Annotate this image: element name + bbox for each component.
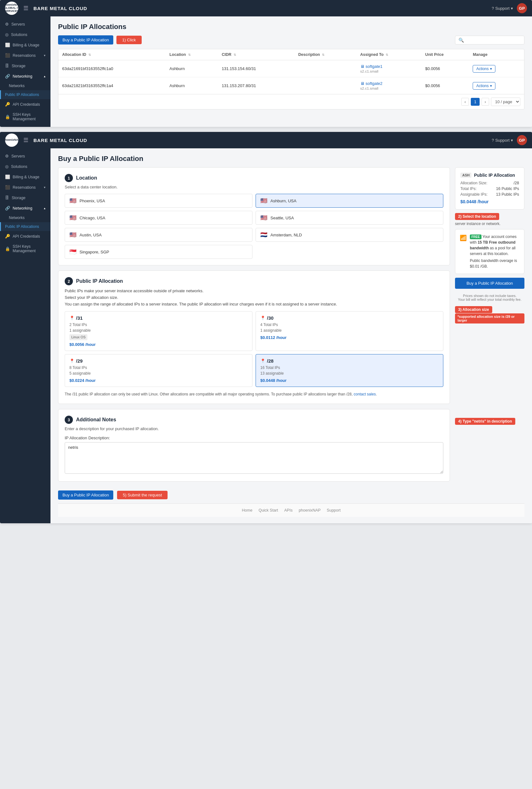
table-row: 63da21821bf3163552ffc1a4 Ashburn 131.153… [58, 77, 524, 94]
alloc-option-31[interactable]: 📍 /31 2 Total IPs 1 assignable Linux OS … [65, 311, 252, 351]
sidebar-item-reservations[interactable]: ⬛ Reservations ▾ [0, 50, 51, 61]
reservations-icon-p2: ⬛ [5, 185, 10, 190]
sidebar2-networking[interactable]: 🔗 Networking ▴ [0, 203, 51, 213]
assigned-link[interactable]: 🖥 softgate1 [360, 64, 418, 69]
cell-cidr: 131.153.207.80/31 [218, 77, 294, 94]
location-singapore[interactable]: 🇸🇬 Singapore, SGP [65, 245, 252, 259]
sidebar2-solutions[interactable]: ◎ Solutions [0, 161, 51, 172]
linux-badge-31: Linux OS [70, 334, 88, 340]
actions-button[interactable]: Actions ▾ [473, 82, 495, 90]
step3-annotation: 3) Allocation size [455, 306, 492, 313]
sidebar-buy-button[interactable]: Buy a Public IP Allocation [455, 278, 525, 289]
sidebar-label-ssh: SSH Keys Management [13, 112, 45, 121]
server-icon-p2: ⚙ [5, 154, 9, 158]
alloc-cidr-28: 📍 /28 [260, 358, 439, 363]
prev-page-button[interactable]: ‹ [461, 98, 469, 106]
alloc-total-28: 16 Total IPs [260, 365, 439, 371]
sidebar2-sub-networks[interactable]: Networks [0, 213, 51, 222]
alloc-total-31: 2 Total IPs [70, 322, 248, 327]
step4-annotation: 4) Type "netris" in description [455, 418, 515, 425]
sidebar2-servers[interactable]: ⚙ Servers [0, 151, 51, 161]
footer-phoenixnap-link[interactable]: phoenixNAP [299, 508, 321, 512]
location-phoenix[interactable]: 🇺🇸 Phoenix, USA [65, 194, 252, 208]
sidebar-item-servers[interactable]: ⚙ Servers [0, 19, 51, 29]
support-label-p2: Support [495, 138, 510, 143]
next-page-button[interactable]: › [481, 98, 489, 106]
sidebar2-api-creds[interactable]: 🔑 API Credentials [0, 231, 51, 241]
sidebar-item-storage[interactable]: 🗄 Storage [0, 61, 51, 71]
assigned-link[interactable]: 🖥 softgate2 [360, 81, 418, 86]
sidebar2-ssh-keys[interactable]: 🔒 SSH Keys Management [0, 241, 51, 256]
footer-support-link[interactable]: Support [327, 508, 341, 512]
sidebar-item-billing[interactable]: ⬜ Billing & Usage [0, 40, 51, 50]
cell-id: 63da21821bf3163552ffc1a4 [58, 77, 166, 94]
alloc-total-29: 8 Total IPs [70, 365, 248, 371]
location-seattle[interactable]: 🇺🇸 Seattle, USA [255, 211, 443, 225]
right-card-header: ASH Public IP Allocation [460, 173, 519, 178]
alloc-option-29[interactable]: 📍 /29 8 Total IPs 5 assignable $0.0224 /… [65, 354, 252, 387]
buy-layout: 1 Location Select a data center location… [58, 167, 525, 503]
location-ashburn[interactable]: 🇺🇸 Ashburn, USA [255, 194, 443, 208]
alloc-cidr-30: 📍 /30 [260, 315, 439, 321]
logo-area: phoenixNAP GLOBAL IT SERVICES [5, 2, 18, 15]
billing-icon: ⬜ [5, 43, 10, 48]
footer-quickstart-link[interactable]: Quick Start [259, 508, 278, 512]
allocation-title: Public IP Allocation [76, 278, 123, 284]
sidebar2-label-servers: Servers [11, 154, 25, 158]
topbar-title-p2: BARE METAL CLOUD [34, 137, 87, 143]
footer-apis-link[interactable]: APIs [284, 508, 292, 512]
notes-desc: Enter a description for your purchased I… [65, 426, 443, 431]
sidebar2-sub-public-ip[interactable]: Public IP Allocations [0, 222, 51, 231]
page-1-button[interactable]: 1 [471, 98, 479, 106]
sidebar2-reservations[interactable]: ⬛ Reservations ▾ [0, 182, 51, 192]
sidebar-item-networking[interactable]: 🔗 Networking ▴ [0, 71, 51, 81]
notes-section: 3 Additional Notes Enter a description f… [58, 409, 450, 482]
sidebar-sub-public-ip[interactable]: Public IP Allocations [0, 90, 51, 99]
alloc-option-30[interactable]: 📍 /30 4 Total IPs 1 assignable $0.0112 /… [255, 311, 443, 351]
alloc-size-value: /28 [514, 181, 519, 185]
sidebar2-storage[interactable]: 🗄 Storage [0, 192, 51, 203]
sidebar-sub-networks[interactable]: Networks [0, 81, 51, 90]
hamburger-icon-p2[interactable]: ☰ [23, 137, 28, 144]
chevron-down-icon: ▾ [511, 6, 513, 11]
allocations-table: Allocation ID ⇅ Location ⇅ CIDR ⇅ Descri… [58, 49, 525, 110]
buy-allocation-button[interactable]: Buy a Public IP Allocation [58, 35, 113, 44]
hamburger-icon[interactable]: ☰ [23, 5, 28, 12]
actions-button[interactable]: Actions ▾ [473, 65, 495, 73]
location-austin[interactable]: 🇺🇸 Austin, USA [65, 228, 252, 242]
location-amsterdam[interactable]: 🇳🇱 Amsterdam, NLD [255, 228, 443, 242]
sidebar2-billing[interactable]: ⬜ Billing & Usage [0, 172, 51, 182]
support-button-p2[interactable]: ? Support ▾ [492, 138, 513, 143]
toolbar-p1: Buy a Public IP Allocation 1) Click 🔍 [58, 35, 525, 44]
alloc-assignable-30: 1 assignable [260, 327, 439, 333]
footer-home-link[interactable]: Home [242, 508, 252, 512]
alloc-price-30: $0.0112 /hour [260, 335, 439, 340]
contact-sales-link[interactable]: contact sales [354, 392, 376, 396]
alloc-details-30: 4 Total IPs 1 assignable [260, 322, 439, 333]
cell-manage: Actions ▾ [469, 60, 524, 77]
sidebar-item-solutions[interactable]: ◎ Solutions [0, 29, 51, 40]
chevron-networking-p2-icon: ▴ [44, 206, 45, 210]
sidebar-text: server instance or network. [455, 222, 525, 226]
sidebar-item-ssh-keys[interactable]: 🔒 SSH Keys Management [0, 110, 51, 124]
cell-id: 63da21691bf3163552ffc1a0 [58, 60, 166, 77]
location-chicago-label: Chicago, USA [79, 215, 106, 220]
location-chicago[interactable]: 🇺🇸 Chicago, USA [65, 211, 252, 225]
ip-description-input[interactable]: netris [65, 442, 443, 474]
location-singapore-label: Singapore, SGP [79, 250, 109, 255]
sidebar-item-api-creds[interactable]: 🔑 API Credentials [0, 99, 51, 110]
submit-buy-button[interactable]: Buy a Public IP Allocation [58, 490, 113, 500]
per-page-select[interactable]: 10 / page 20 / page 50 / page [491, 97, 520, 106]
allocation-section: 2 Public IP Allocation Public IPs make y… [58, 270, 450, 404]
notes-title: Additional Notes [76, 417, 116, 422]
sidebar2-label-billing: Billing & Usage [13, 175, 39, 179]
sidebar-panel1: ⚙ Servers ◎ Solutions ⬜ Billing & Usage … [0, 16, 51, 127]
reservations-icon: ⬛ [5, 53, 10, 58]
alloc-option-28[interactable]: 📍 /28 16 Total IPs 13 assignable $0.0448… [255, 354, 443, 387]
topbar-panel1: phoenixNAP GLOBAL IT SERVICES ☰ BARE MET… [0, 0, 532, 16]
location-num: 1 [65, 174, 73, 182]
support-button[interactable]: ? Support ▾ [492, 6, 513, 11]
bandwidth-card: 📶 FREE Your account comes with 15 TB Fre… [455, 229, 525, 274]
assigned-sub: s2.c1.small [360, 87, 418, 90]
alloc-price-31: $0.0056 /hour [70, 342, 248, 347]
